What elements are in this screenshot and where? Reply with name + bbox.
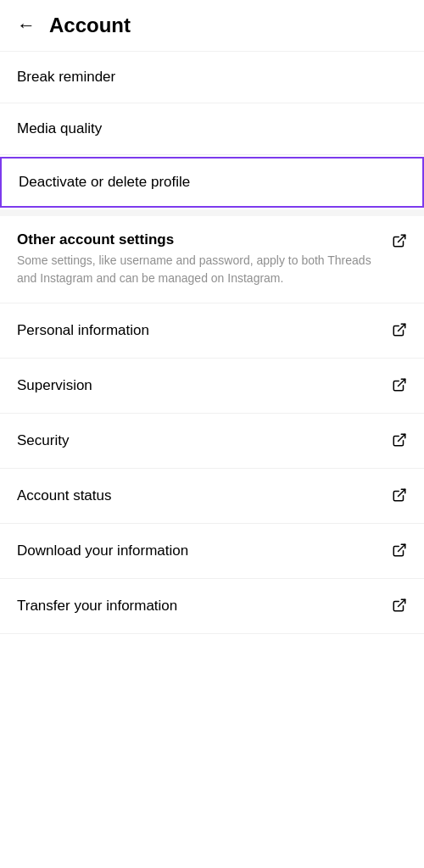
media-quality-item[interactable]: Media quality — [0, 103, 424, 155]
download-information-external-icon — [392, 542, 407, 561]
svg-line-5 — [399, 544, 405, 551]
page-title: Account — [49, 14, 131, 37]
external-menu-list: Personal information Supervision Securit… — [0, 303, 424, 634]
deactivate-delete-item[interactable]: Deactivate or delete profile — [0, 157, 424, 208]
break-reminder-item[interactable]: Break reminder — [0, 52, 424, 103]
section-divider — [0, 209, 424, 216]
svg-line-2 — [399, 379, 405, 386]
other-account-settings-title: Other account settings — [17, 231, 382, 248]
svg-line-1 — [399, 324, 405, 331]
personal-information-label: Personal information — [17, 322, 149, 339]
security-label: Security — [17, 432, 69, 449]
supervision-external-icon — [392, 377, 407, 396]
account-status-label: Account status — [17, 487, 112, 504]
personal-information-external-icon — [392, 322, 407, 341]
break-reminder-label: Break reminder — [17, 69, 115, 86]
account-status-external-icon — [392, 487, 407, 506]
supervision-item[interactable]: Supervision — [0, 359, 424, 414]
menu-list: Break reminder Media quality Deactivate … — [0, 52, 424, 208]
download-information-item[interactable]: Download your information — [0, 524, 424, 579]
header: ← Account — [0, 0, 424, 52]
security-item[interactable]: Security — [0, 414, 424, 469]
other-account-settings-content: Other account settings Some settings, li… — [17, 231, 382, 287]
transfer-information-label: Transfer your information — [17, 598, 177, 615]
external-link-icon — [392, 233, 407, 252]
transfer-information-item[interactable]: Transfer your information — [0, 579, 424, 634]
back-button[interactable]: ← — [17, 14, 36, 36]
svg-line-6 — [399, 599, 405, 606]
security-external-icon — [392, 432, 407, 451]
media-quality-label: Media quality — [17, 120, 102, 137]
svg-line-3 — [399, 434, 405, 441]
transfer-information-external-icon — [392, 598, 407, 616]
svg-line-4 — [399, 489, 405, 496]
download-information-label: Download your information — [17, 542, 188, 559]
other-account-settings-desc: Some settings, like username and passwor… — [17, 252, 382, 287]
deactivate-delete-label: Deactivate or delete profile — [19, 174, 190, 191]
other-account-settings-item[interactable]: Other account settings Some settings, li… — [0, 216, 424, 303]
account-status-item[interactable]: Account status — [0, 469, 424, 524]
supervision-label: Supervision — [17, 377, 92, 394]
svg-line-0 — [399, 235, 405, 242]
personal-information-item[interactable]: Personal information — [0, 303, 424, 359]
